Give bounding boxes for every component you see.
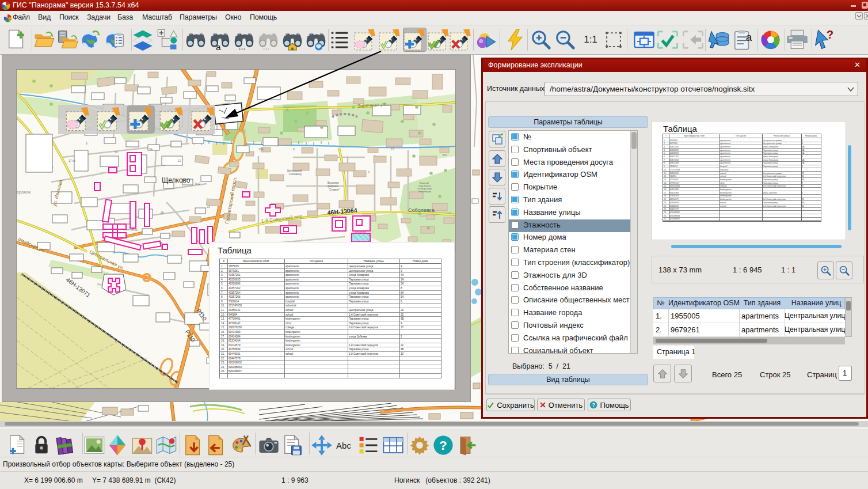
svg-text:Щелково: Щелково [162, 176, 191, 184]
svg-text:16: 16 [161, 211, 164, 214]
svg-text:?: ? [439, 438, 447, 453]
svg-text:20А: 20А [258, 147, 264, 151]
svg-text:Соболевка: Соболевка [408, 207, 435, 213]
svg-text:12: 12 [178, 159, 181, 162]
svg-text:Революции: Революции [418, 190, 432, 193]
svg-text:"Славия": "Славия" [329, 188, 340, 191]
svg-text:a: a [746, 31, 752, 43]
svg-text:фабрика: фабрика [328, 185, 338, 188]
svg-text:8: 8 [368, 170, 370, 174]
svg-text:10: 10 [115, 150, 118, 154]
svg-text:7 л3: 7 л3 [132, 228, 138, 232]
svg-text:6: 6 [293, 147, 295, 151]
svg-text:8: 8 [86, 142, 87, 145]
svg-text:оронок: оронок [17, 189, 31, 195]
svg-text:8 к2: 8 к2 [195, 182, 200, 185]
svg-text:23: 23 [207, 205, 210, 209]
svg-text:Вышивая: Вышивая [328, 181, 339, 184]
svg-text:Бс1: Бс1 [443, 153, 448, 157]
svg-text:Шелковский: Шелковский [287, 169, 302, 172]
svg-text:a: a [216, 42, 221, 51]
svg-text:?: ? [592, 402, 595, 408]
svg-text:хлебзавод: хлебзавод [289, 173, 302, 176]
svg-text:?: ? [827, 29, 833, 41]
svg-text:15: 15 [391, 147, 394, 151]
svg-text:3: 3 [103, 211, 105, 214]
svg-text:5А: 5А [149, 147, 153, 151]
svg-text:17 к3: 17 к3 [68, 159, 75, 162]
